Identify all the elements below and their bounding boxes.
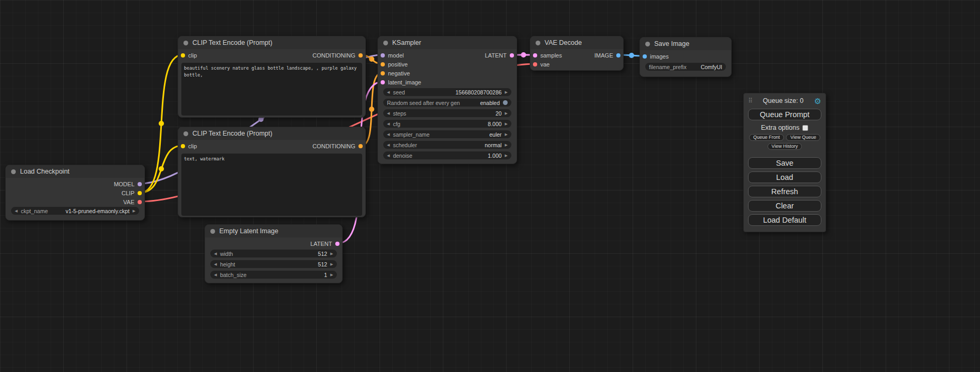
decrement-arrow-icon[interactable]: ◀ [387,141,390,149]
output-port-model[interactable]: MODEL [114,180,142,188]
prompt-text-area[interactable]: text, watermark [181,154,362,216]
queue-prompt-button[interactable]: Queue Prompt [748,109,821,120]
model-port-dot[interactable] [138,182,142,186]
image-port-dot[interactable] [643,54,647,59]
widget-batch-size[interactable]: ◀ batch_size 1 ▶ [210,271,337,279]
extra-options-checkbox[interactable] [802,125,808,131]
node-clip-text-encode-positive[interactable]: CLIP Text Encode (Prompt) clip CONDITION… [178,36,366,118]
decrement-arrow-icon[interactable]: ◀ [387,120,390,128]
decrement-arrow-icon[interactable]: ◀ [387,130,390,138]
output-port-conditioning[interactable]: CONDITIONING [313,142,363,150]
decrement-arrow-icon[interactable]: ◀ [214,271,217,279]
collapse-dot-icon[interactable] [183,131,188,136]
widget-steps[interactable]: ◀ steps 20 ▶ [383,109,511,117]
node-clip-text-encode-negative[interactable]: CLIP Text Encode (Prompt) clip CONDITION… [178,127,366,217]
widget-height[interactable]: ◀ height 512 ▶ [210,260,337,268]
input-port-images[interactable]: images [643,52,668,61]
widget-filename-prefix[interactable]: filename_prefix ComfyUI [645,63,726,71]
clip-port-dot[interactable] [138,191,142,195]
increment-arrow-icon[interactable]: ▶ [331,250,333,257]
decrement-arrow-icon[interactable]: ◀ [214,260,217,268]
conditioning-port-dot[interactable] [381,62,385,66]
output-port-image[interactable]: IMAGE [595,51,620,60]
settings-gear-icon[interactable]: ⚙ [814,97,821,105]
vae-port-dot[interactable] [138,200,142,204]
node-title-bar[interactable]: Load Checkpoint [6,165,144,178]
output-port-clip[interactable]: CLIP [122,189,142,197]
load-default-button[interactable]: Load Default [748,214,821,226]
input-port-clip[interactable]: clip [181,142,197,150]
node-save-image[interactable]: Save Image images filename_prefix ComfyU… [639,37,732,77]
clip-port-dot[interactable] [181,53,185,58]
node-title-bar[interactable]: KSampler [378,36,517,49]
collapse-dot-icon[interactable] [383,41,388,45]
input-port-model[interactable]: model [381,51,404,60]
input-port-negative[interactable]: negative [381,69,410,78]
decrement-arrow-icon[interactable]: ◀ [15,207,17,215]
node-title-bar[interactable]: CLIP Text Encode (Prompt) [178,36,365,49]
decrement-arrow-icon[interactable]: ◀ [387,151,390,159]
refresh-button[interactable]: Refresh [748,186,821,197]
input-port-latent-image[interactable]: latent_image [381,78,421,87]
drag-handle-icon[interactable]: ⠿ [748,97,752,104]
input-port-samples[interactable]: samples [533,51,562,60]
increment-arrow-icon[interactable]: ▶ [133,207,135,215]
widget-seed[interactable]: ◀ seed 156680208700286 ▶ [383,88,511,96]
latent-port-dot[interactable] [510,53,514,58]
input-port-clip[interactable]: clip [181,51,197,60]
queue-front-button[interactable]: Queue Front [749,134,784,141]
node-title-bar[interactable]: Save Image [640,37,731,50]
node-ksampler[interactable]: KSampler model positive negative latent_… [377,36,517,164]
output-port-vae[interactable]: VAE [123,198,142,206]
latent-port-dot[interactable] [335,242,339,246]
widget-width[interactable]: ◀ width 512 ▶ [210,250,337,257]
latent-port-dot[interactable] [533,53,537,58]
conditioning-port-dot[interactable] [358,53,363,58]
node-empty-latent-image[interactable]: Empty Latent Image LATENT ◀ width 512 ▶ … [205,224,343,283]
collapse-dot-icon[interactable] [183,41,188,45]
increment-arrow-icon[interactable]: ▶ [505,88,508,96]
increment-arrow-icon[interactable]: ▶ [505,151,508,159]
load-button[interactable]: Load [748,171,821,183]
output-port-latent[interactable]: LATENT [485,51,514,60]
widget-sampler-name[interactable]: ◀ sampler_name euler ▶ [383,130,511,138]
node-vae-decode[interactable]: VAE Decode samples vae IMAGE [530,36,624,71]
collapse-dot-icon[interactable] [536,41,540,45]
latent-port-dot[interactable] [381,80,385,84]
increment-arrow-icon[interactable]: ▶ [505,130,508,138]
output-port-latent[interactable]: LATENT [311,240,339,248]
increment-arrow-icon[interactable]: ▶ [505,109,508,117]
clear-button[interactable]: Clear [748,200,821,212]
collapse-dot-icon[interactable] [11,169,16,174]
view-queue-button[interactable]: View Queue [786,134,820,141]
decrement-arrow-icon[interactable]: ◀ [214,250,217,257]
increment-arrow-icon[interactable]: ▶ [505,120,508,128]
widget-cfg[interactable]: ◀ cfg 8.000 ▶ [383,120,511,128]
widget-denoise[interactable]: ◀ denoise 1.000 ▶ [383,151,511,159]
input-port-positive[interactable]: positive [381,60,407,69]
node-load-checkpoint[interactable]: Load Checkpoint MODEL CLIP VAE ◀ ckpt_na… [5,165,145,221]
conditioning-port-dot[interactable] [381,71,385,75]
save-button[interactable]: Save [748,157,821,169]
prompt-text-area[interactable]: beautiful scenery nature glass bottle la… [181,63,362,116]
input-port-vae[interactable]: vae [533,60,550,69]
increment-arrow-icon[interactable]: ▶ [331,271,333,279]
toggle-knob[interactable] [503,100,508,105]
widget-ckpt-name[interactable]: ◀ ckpt_name v1-5-pruned-emaonly.ckpt ▶ [11,207,139,215]
decrement-arrow-icon[interactable]: ◀ [387,88,390,96]
node-title-bar[interactable]: Empty Latent Image [205,225,342,237]
view-history-button[interactable]: View History [768,143,802,150]
image-port-dot[interactable] [616,53,620,58]
increment-arrow-icon[interactable]: ▶ [505,141,508,149]
widget-random-seed-toggle[interactable]: Random seed after every gen enabled [383,99,511,107]
model-port-dot[interactable] [381,53,385,58]
vae-port-dot[interactable] [533,62,537,66]
collapse-dot-icon[interactable] [210,229,215,234]
collapse-dot-icon[interactable] [645,42,650,46]
decrement-arrow-icon[interactable]: ◀ [387,109,390,117]
node-title-bar[interactable]: CLIP Text Encode (Prompt) [178,127,365,140]
increment-arrow-icon[interactable]: ▶ [331,260,333,268]
output-port-conditioning[interactable]: CONDITIONING [313,51,363,60]
conditioning-port-dot[interactable] [358,144,363,148]
widget-scheduler[interactable]: ◀ scheduler normal ▶ [383,141,511,149]
